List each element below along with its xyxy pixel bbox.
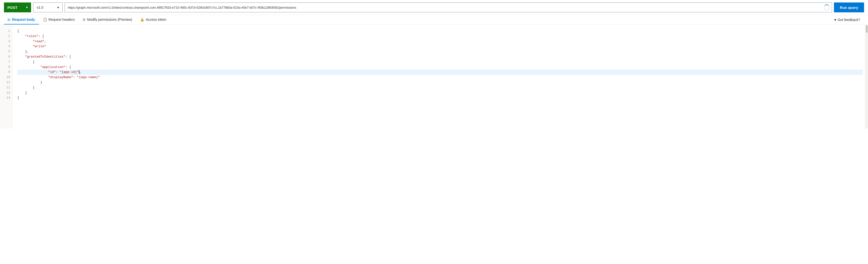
url-input-container	[65, 2, 832, 12]
code-line-14: }	[17, 96, 863, 101]
tab-access-token[interactable]: 🔒 Access token	[136, 15, 170, 24]
feedback-link[interactable]: ♥ Got feedback?	[830, 15, 864, 24]
tab-request-headers-label: Request headers	[49, 18, 75, 22]
code-editor[interactable]: { "roles": [ "read", "write" ], "granted…	[12, 25, 868, 129]
tab-request-body-label: Request body	[12, 18, 35, 22]
tab-request-body[interactable]: ▷ Request body	[4, 15, 39, 24]
request-headers-icon: 📋	[43, 18, 47, 22]
line-numbers: 1234567891011121314	[0, 25, 12, 129]
method-dropdown[interactable]: POST ▾	[4, 2, 31, 12]
loading-spinner	[824, 4, 830, 10]
url-input[interactable]	[65, 4, 824, 11]
code-line-4: "write"	[17, 44, 863, 49]
scrollbar-thumb	[866, 25, 868, 33]
tab-modify-permissions-label: Modify permissions (Preview)	[87, 18, 132, 22]
code-line-1: {	[17, 29, 863, 34]
code-line-5: ],	[17, 49, 863, 54]
code-line-3: "read",	[17, 39, 863, 44]
tab-modify-permissions[interactable]: ⊙ Modify permissions (Preview)	[79, 15, 136, 24]
code-line-2: "roles": [	[17, 34, 863, 39]
version-dropdown[interactable]: v1.0 ▾	[33, 2, 63, 12]
code-line-13: ]	[17, 90, 863, 96]
feedback-heart-icon: ♥	[834, 18, 836, 22]
code-line-7: {	[17, 59, 863, 65]
modify-permissions-icon: ⊙	[83, 18, 86, 22]
code-line-10: "displayName": "{app-name}"	[17, 75, 863, 80]
editor-container: 1234567891011121314 { "roles": [ "read",…	[0, 25, 868, 129]
tab-access-token-label: Access token	[146, 18, 166, 22]
scrollbar[interactable]	[865, 25, 868, 129]
tabs-bar: ▷ Request body 📋 Request headers ⊙ Modif…	[0, 15, 868, 25]
method-label: POST	[7, 5, 18, 10]
code-line-6: "grantedToIdentities": [	[17, 54, 863, 59]
version-label: v1.0	[37, 5, 43, 9]
request-body-icon: ▷	[8, 18, 10, 22]
toolbar: POST ▾ v1.0 ▾ Run query	[0, 0, 868, 15]
run-query-button[interactable]: Run query	[834, 2, 864, 12]
code-line-9: "id": "{app-id}",	[17, 70, 863, 75]
feedback-label: Got feedback?	[838, 18, 860, 22]
code-line-8: "application": {	[17, 65, 863, 70]
version-chevron-icon: ▾	[57, 5, 59, 9]
code-line-12: }	[17, 85, 863, 90]
tab-request-headers[interactable]: 📋 Request headers	[39, 15, 79, 24]
access-token-icon: 🔒	[140, 18, 144, 22]
code-line-11: }	[17, 80, 863, 85]
method-chevron-icon: ▾	[26, 6, 28, 9]
